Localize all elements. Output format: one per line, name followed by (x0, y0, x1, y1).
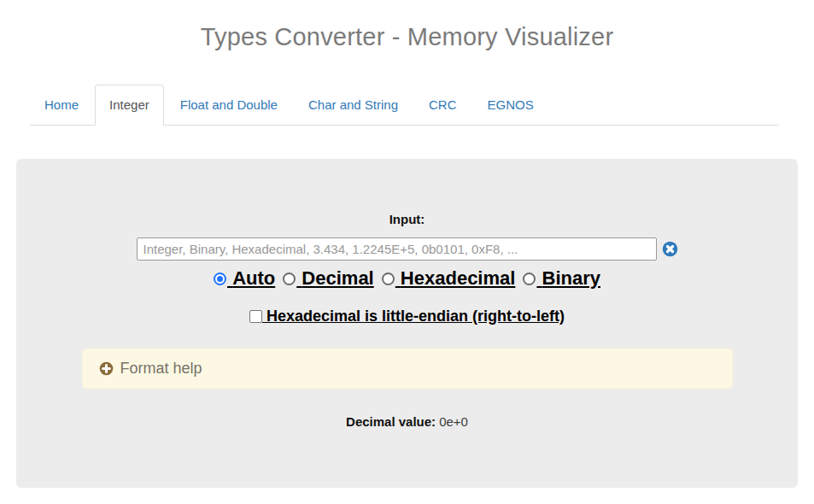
tab-char-and-string-link[interactable]: Char and String (294, 85, 413, 126)
mode-option-hexadecimal[interactable]: Hexadecimal (382, 267, 516, 290)
mode-option-auto[interactable]: Auto (214, 267, 275, 290)
converter-panel: Input: Auto Decimal Hexadecimal B (16, 159, 798, 488)
mode-radio-auto[interactable] (214, 273, 226, 285)
endian-option[interactable]: Hexadecimal is little-endian (right-to-l… (249, 308, 565, 325)
mode-label-binary: Binary (536, 267, 600, 290)
tab-integer[interactable]: Integer (95, 85, 164, 126)
result-label: Decimal value: (346, 414, 436, 429)
tab-home[interactable]: Home (30, 85, 93, 126)
tab-integer-link[interactable]: Integer (95, 85, 164, 126)
tab-crc[interactable]: CRC (414, 85, 471, 126)
mode-option-decimal[interactable]: Decimal (283, 267, 374, 290)
result-value: 0e+0 (439, 414, 468, 429)
mode-radio-decimal[interactable] (283, 273, 296, 285)
mode-label-auto: Auto (227, 267, 275, 290)
tab-float-and-double[interactable]: Float and Double (166, 85, 292, 126)
tab-egnos[interactable]: EGNOS (473, 85, 548, 126)
tab-crc-link[interactable]: CRC (414, 85, 471, 126)
tab-float-and-double-link[interactable]: Float and Double (166, 85, 292, 126)
format-help-label: Format help (120, 360, 202, 378)
input-row (16, 237, 798, 261)
tab-bar: Home Integer Float and Double Char and S… (30, 85, 779, 126)
result-row: Decimal value:0e+0 (16, 414, 798, 429)
endian-label-text: Hexadecimal is little-endian (right-to-l… (262, 308, 565, 325)
endian-row: Hexadecimal is little-endian (right-to-l… (16, 308, 798, 325)
endian-checkbox[interactable] (249, 310, 262, 323)
tab-egnos-link[interactable]: EGNOS (473, 85, 548, 126)
tab-char-and-string[interactable]: Char and String (294, 85, 413, 126)
mode-radio-binary[interactable] (523, 273, 536, 285)
clear-input-button[interactable] (662, 241, 678, 257)
input-label: Input: (16, 212, 798, 226)
remove-circle-icon (662, 241, 678, 257)
mode-radio-hexadecimal[interactable] (382, 273, 395, 285)
page-title: Types Converter - Memory Visualizer (0, 23, 814, 51)
converter-input[interactable] (137, 237, 657, 261)
mode-label-decimal: Decimal (296, 267, 374, 290)
format-help-toggle[interactable]: Format help (82, 349, 733, 389)
mode-radio-group: Auto Decimal Hexadecimal Binary (16, 267, 798, 290)
tab-home-link[interactable]: Home (30, 85, 93, 126)
mode-option-binary[interactable]: Binary (523, 267, 600, 290)
mode-label-hexadecimal: Hexadecimal (395, 267, 516, 290)
plus-circle-icon (99, 361, 114, 376)
